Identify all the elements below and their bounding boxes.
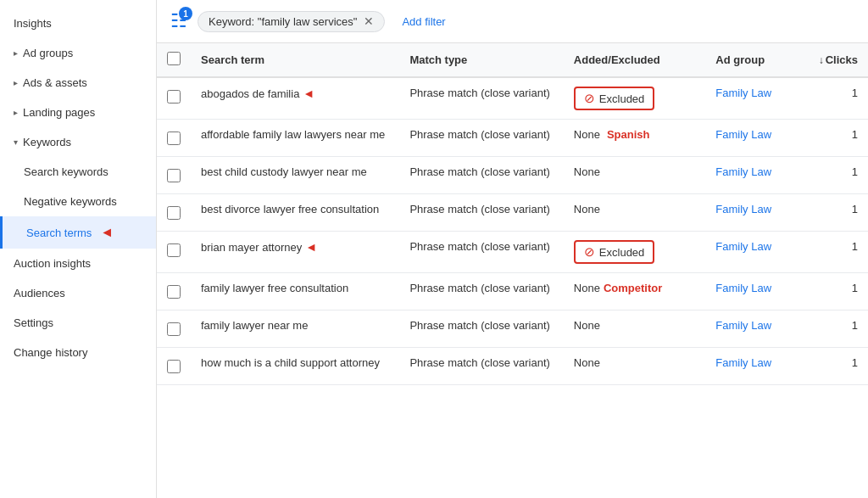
ad-group-link[interactable]: Family Law (715, 240, 771, 253)
ad-group-cell[interactable]: Family Law (705, 311, 783, 348)
clicks-header[interactable]: ↓Clicks (783, 43, 868, 77)
sidebar: Insights▸Ad groups▸Ads & assets▸Landing … (0, 0, 157, 498)
chevron-icon: ▸ (14, 108, 18, 117)
search-term-cell: how much is a child support attorney (191, 348, 399, 385)
none-label: None (574, 356, 600, 369)
ad-group-cell[interactable]: Family Law (705, 194, 783, 232)
table-row: how much is a child support attorneyPhra… (157, 348, 868, 385)
ad-group-cell[interactable]: Family Law (705, 157, 783, 194)
added-excluded-cell: None (564, 311, 705, 348)
ad-group-link[interactable]: Family Law (715, 319, 771, 332)
select-all-checkbox[interactable] (167, 52, 181, 65)
row-checkbox-cell (157, 194, 191, 232)
search-terms-arrow: ◄ (100, 225, 114, 240)
excluded-badge: ⊘Excluded (574, 240, 654, 264)
competitor-annotation: Competitor (604, 282, 662, 294)
sidebar-item-negative-keywords[interactable]: Negative keywords (0, 187, 156, 216)
match-type-cell: Phrase match (close variant) (399, 311, 563, 348)
clicks-cell: 1 (783, 232, 868, 273)
row-checkbox[interactable] (167, 360, 181, 373)
sidebar-item-label: Change history (14, 346, 87, 359)
clicks-cell: 1 (783, 273, 868, 311)
sidebar-item-audiences[interactable]: Audiences (0, 278, 156, 308)
match-type-cell: Phrase match (close variant) (399, 273, 563, 311)
ad-group-link[interactable]: Family Law (715, 87, 771, 99)
row-arrow-annotation: ◄ (303, 87, 314, 100)
match-type-cell: Phrase match (close variant) (399, 232, 563, 273)
row-checkbox[interactable] (167, 322, 181, 336)
ad-group-cell[interactable]: Family Law (705, 77, 783, 120)
add-filter-button[interactable]: Add filter (395, 12, 452, 31)
sidebar-item-ads-&-assets[interactable]: ▸Ads & assets (0, 68, 156, 98)
sidebar-item-search-terms[interactable]: Search terms◄ (0, 216, 156, 249)
ad-group-link[interactable]: Family Law (715, 282, 771, 294)
ad-group-link[interactable]: Family Law (715, 165, 771, 178)
row-checkbox-cell (157, 311, 191, 348)
search-terms-table-container: Search term Match type Added/Excluded Ad… (157, 43, 868, 498)
row-checkbox[interactable] (167, 169, 181, 182)
table-row: abogados de familia◄Phrase match (close … (157, 77, 868, 120)
sidebar-item-insights[interactable]: Insights (0, 8, 156, 38)
excluded-icon: ⊘ (584, 244, 595, 260)
filter-button[interactable]: ☷ 1 (170, 10, 187, 32)
row-checkbox[interactable] (167, 285, 181, 299)
ad-group-link[interactable]: Family Law (715, 356, 771, 369)
ad-group-cell[interactable]: Family Law (705, 232, 783, 273)
none-label: None (574, 319, 600, 332)
ad-group-cell[interactable]: Family Law (705, 348, 783, 385)
table-row: best child custody lawyer near mePhrase … (157, 157, 868, 194)
ad-group-cell[interactable]: Family Law (705, 120, 783, 157)
sidebar-item-label: Ads & assets (23, 76, 87, 89)
sidebar-item-label: Ad groups (23, 47, 73, 59)
sidebar-item-landing-pages[interactable]: ▸Landing pages (0, 98, 156, 127)
table-row: family lawyer free consultationPhrase ma… (157, 273, 868, 311)
sidebar-item-label: Search keywords (24, 165, 108, 178)
sidebar-item-ad-groups[interactable]: ▸Ad groups (0, 38, 156, 68)
search-term-cell: best divorce lawyer free consultation (191, 194, 399, 232)
remove-filter-button[interactable]: ✕ (364, 15, 374, 27)
clicks-cell: 1 (783, 311, 868, 348)
sidebar-item-settings[interactable]: Settings (0, 308, 156, 338)
sidebar-item-label: Settings (14, 316, 53, 329)
match-type-cell: Phrase match (close variant) (399, 348, 563, 385)
filter-chip-label: Keyword: "family law services" (209, 15, 357, 28)
ad-group-cell[interactable]: Family Law (705, 273, 783, 311)
clicks-cell: 1 (783, 77, 868, 120)
table-row: family lawyer near mePhrase match (close… (157, 311, 868, 348)
ad-group-link[interactable]: Family Law (715, 128, 771, 141)
row-checkbox-cell (157, 77, 191, 120)
sidebar-item-keywords[interactable]: ▾Keywords (0, 127, 156, 157)
match-type-cell: Phrase match (close variant) (399, 120, 563, 157)
main-content: ☷ 1 Keyword: "family law services" ✕ Add… (157, 0, 868, 498)
table-row: affordable family law lawyers near mePhr… (157, 120, 868, 157)
none-label: None (574, 282, 600, 294)
row-checkbox-cell (157, 120, 191, 157)
row-checkbox[interactable] (167, 206, 181, 220)
search-term-cell: best child custody lawyer near me (191, 157, 399, 194)
sidebar-item-label: Insights (14, 17, 52, 30)
chevron-icon: ▸ (14, 48, 18, 58)
table-row: best divorce lawyer free consultationPhr… (157, 194, 868, 232)
toolbar: ☷ 1 Keyword: "family law services" ✕ Add… (157, 0, 868, 43)
search-term-header: Search term (191, 43, 399, 77)
row-checkbox[interactable] (167, 243, 181, 257)
spanish-annotation: Spanish (607, 128, 650, 141)
added-excluded-cell: None (564, 194, 705, 232)
row-checkbox-cell (157, 157, 191, 194)
ad-group-link[interactable]: Family Law (715, 203, 771, 215)
ad-group-header: Ad group (705, 43, 783, 77)
search-term-cell: brian mayer attorney◄ (191, 232, 399, 273)
row-checkbox[interactable] (167, 131, 181, 145)
added-excluded-cell: None (564, 348, 705, 385)
sidebar-item-change-history[interactable]: Change history (0, 338, 156, 367)
search-term-cell: family lawyer near me (191, 311, 399, 348)
sidebar-item-search-keywords[interactable]: Search keywords (0, 157, 156, 187)
sidebar-item-auction-insights[interactable]: Auction insights (0, 249, 156, 278)
chevron-icon: ▾ (14, 137, 18, 147)
sort-icon: ↓ (819, 54, 824, 66)
added-excluded-cell: ⊘Excluded (564, 77, 705, 120)
search-term-cell: family lawyer free consultation (191, 273, 399, 311)
match-type-cell: Phrase match (close variant) (399, 157, 563, 194)
select-all-header[interactable] (157, 43, 191, 77)
row-checkbox[interactable] (167, 90, 181, 104)
